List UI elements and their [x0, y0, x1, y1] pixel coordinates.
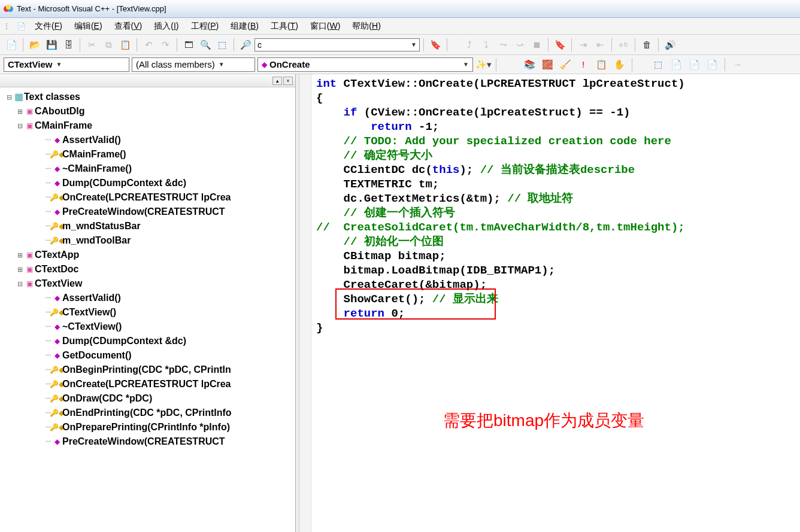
- standard-toolbar: 📄 📂 💾 🗄 ✂ ⧉ 📋 ↶ ↷ 🗔 🔍 ⬚ 🔎 c ▼ 🔖 ⤴ ⤵ ⤳ ⤻ …: [0, 35, 800, 55]
- tree-member[interactable]: ┈◆Dump(CDumpContext &dc): [0, 176, 295, 190]
- tree-member[interactable]: ┈🔑◆m_wndStatusBar: [0, 219, 295, 233]
- stop-button[interactable]: ⏹: [529, 37, 544, 53]
- tree-member[interactable]: ┈🔑◆OnDraw(CDC *pDC): [0, 391, 295, 406]
- stop-build-button[interactable]: 🧹: [557, 57, 573, 72]
- step-button[interactable]: ⤵: [478, 37, 494, 53]
- wizard-bar: CTextView ▼ (All class members) ▼ ◆ OnCr…: [0, 55, 800, 74]
- tree-member[interactable]: ┈◆PreCreateWindow(CREATESTRUCT: [0, 434, 295, 449]
- go-debug-button[interactable]: 📋: [593, 57, 609, 72]
- code-content[interactable]: int CTextView::OnCreate(LPCREATESTRUCT l…: [316, 77, 800, 335]
- abc-button[interactable]: a·b: [616, 37, 631, 53]
- menu-t[interactable]: 工具(T): [265, 19, 304, 34]
- list2-button[interactable]: 📄: [686, 57, 702, 72]
- tree-member[interactable]: ┈◆~CMainFrame(): [0, 162, 295, 176]
- tree-member[interactable]: ┈◆PreCreateWindow(CREATESTRUCT: [0, 205, 295, 219]
- menu-f[interactable]: 文件(F): [29, 19, 68, 34]
- code-gutter: [299, 74, 311, 532]
- diamond-icon: ◆: [262, 60, 267, 69]
- panel-min-button[interactable]: ▴: [272, 77, 282, 85]
- tree-member[interactable]: ┈◆AssertValid(): [0, 291, 295, 305]
- search-help-button[interactable]: 🔖: [428, 37, 443, 53]
- execute-button[interactable]: !: [575, 57, 591, 72]
- tree-member[interactable]: ┈🔑◆CMainFrame(): [0, 147, 295, 162]
- menu-i[interactable]: 插入(I): [148, 19, 184, 34]
- filter-combo[interactable]: (All class members) ▼: [132, 57, 255, 72]
- tree-class-CTextView[interactable]: ⊟▣CTextView: [0, 276, 295, 291]
- class-button[interactable]: ⬚: [214, 37, 230, 53]
- step2-button[interactable]: ⤳: [495, 37, 511, 53]
- indent-button[interactable]: ⇥: [575, 37, 591, 53]
- tree-member[interactable]: ┈◆AssertValid(): [0, 133, 295, 147]
- class-tree[interactable]: ⊟▦Text classes⊞▣CAboutDlg⊟▣CMainFrame┈◆A…: [0, 87, 295, 532]
- annotation-text: 需要把bitmap作为成员变量: [443, 409, 644, 432]
- panel-header: ▴ ×: [0, 74, 295, 87]
- paste-button[interactable]: 📋: [117, 37, 133, 53]
- chevron-down-icon: ▼: [219, 61, 225, 68]
- app-icon: [4, 4, 13, 14]
- tree-root[interactable]: ⊟▦Text classes: [0, 90, 295, 104]
- member-combo[interactable]: ◆ OnCreate ▼: [257, 57, 473, 72]
- undo-button[interactable]: ↶: [141, 37, 156, 53]
- copy-button[interactable]: ⧉: [101, 37, 116, 53]
- tree-class-CMainFrame[interactable]: ⊟▣CMainFrame: [0, 118, 295, 133]
- tile-button[interactable]: ⬚: [650, 57, 666, 72]
- open-button[interactable]: 📂: [27, 37, 43, 53]
- go-button[interactable]: ⤴: [462, 37, 477, 53]
- main-area: ▴ × ⊟▦Text classes⊞▣CAboutDlg⊟▣CMainFram…: [0, 74, 800, 532]
- tree-member[interactable]: ┈🔑◆CTextView(): [0, 305, 295, 320]
- redo-button[interactable]: ↷: [157, 37, 173, 53]
- find-in-files-button[interactable]: 🔎: [238, 37, 253, 53]
- tree-member[interactable]: ┈🔑◆OnEndPrinting(CDC *pDC, CPrintInfo: [0, 406, 295, 420]
- tree-member[interactable]: ┈🔑◆OnPreparePrinting(CPrintInfo *pInfo): [0, 420, 295, 434]
- tree-member[interactable]: ┈◆Dump(CDumpContext &dc): [0, 334, 295, 348]
- breakpoint-button[interactable]: ✋: [611, 57, 627, 72]
- save-all-button[interactable]: 🗄: [60, 37, 76, 53]
- tree-member[interactable]: ┈🔑◆m_wndToolBar: [0, 233, 295, 248]
- tree-member[interactable]: ┈◆GetDocument(): [0, 348, 295, 363]
- menu-h[interactable]: 帮助(H): [346, 19, 386, 34]
- title-bar: Text - Microsoft Visual C++ - [TextView.…: [0, 0, 800, 18]
- wizard-action-button[interactable]: ✨▾: [475, 57, 491, 72]
- tree-class-CTextApp[interactable]: ⊞▣CTextApp: [0, 248, 295, 262]
- chevron-down-icon: ▼: [463, 61, 469, 68]
- tree-member[interactable]: ┈🔑◆OnCreate(LPCREATESTRUCT lpCrea: [0, 190, 295, 205]
- window-title: Text - Microsoft Visual C++ - [TextView.…: [17, 4, 166, 13]
- sound-button[interactable]: 🔊: [662, 37, 678, 53]
- new-text-button[interactable]: 📄: [4, 37, 19, 53]
- menu-e[interactable]: 编辑(E): [68, 19, 108, 34]
- fwd-button[interactable]: →: [730, 57, 746, 72]
- menu-v[interactable]: 查看(V): [108, 19, 149, 34]
- menu-bar: 📄 文件(F)编辑(E)查看(V)插入(I)工程(P)组建(B)工具(T)窗口(…: [0, 18, 800, 35]
- cut-button[interactable]: ✂: [84, 37, 99, 53]
- panel-close-button[interactable]: ×: [283, 77, 293, 85]
- build-button[interactable]: 📚: [522, 57, 537, 72]
- step3-button[interactable]: ⤻: [512, 37, 528, 53]
- tree-member[interactable]: ┈🔑◆OnBeginPrinting(CDC *pDC, CPrintIn: [0, 363, 295, 377]
- compile-button[interactable]: 🧱: [540, 57, 555, 72]
- menu-gripper[interactable]: [6, 23, 10, 29]
- workspace-button[interactable]: 🗔: [181, 37, 196, 53]
- classview-panel: ▴ × ⊟▦Text classes⊞▣CAboutDlg⊟▣CMainFram…: [0, 74, 296, 532]
- chevron-down-icon: ▼: [56, 61, 62, 68]
- menu-b[interactable]: 组建(B): [225, 19, 265, 34]
- doc-icon[interactable]: 📄: [16, 22, 26, 31]
- save-button[interactable]: 💾: [44, 37, 59, 53]
- find-combo[interactable]: c ▼: [254, 38, 420, 51]
- code-editor[interactable]: int CTextView::OnCreate(LPCREATESTRUCT l…: [299, 74, 800, 532]
- chevron-down-icon: ▼: [411, 41, 417, 48]
- class-combo[interactable]: CTextView ▼: [4, 57, 129, 72]
- menu-w[interactable]: 窗口(W): [304, 19, 347, 34]
- svg-point-2: [6, 5, 11, 10]
- find-combo-value: c: [257, 40, 262, 50]
- outdent-button[interactable]: ⇤: [592, 37, 608, 53]
- menu-p[interactable]: 工程(P): [185, 19, 225, 34]
- tree-member[interactable]: ┈◆~CTextView(): [0, 320, 295, 334]
- delete-button[interactable]: 🗑: [639, 37, 654, 53]
- list1-button[interactable]: 📄: [668, 57, 684, 72]
- resource-button[interactable]: 🔍: [198, 37, 213, 53]
- list3-button[interactable]: 📄: [704, 57, 720, 72]
- tree-class-CTextDoc[interactable]: ⊞▣CTextDoc: [0, 262, 295, 276]
- bookmark-button[interactable]: 🔖: [552, 37, 568, 53]
- tree-class-CAboutDlg[interactable]: ⊞▣CAboutDlg: [0, 104, 295, 118]
- tree-member[interactable]: ┈🔑◆OnCreate(LPCREATESTRUCT lpCrea: [0, 377, 295, 391]
